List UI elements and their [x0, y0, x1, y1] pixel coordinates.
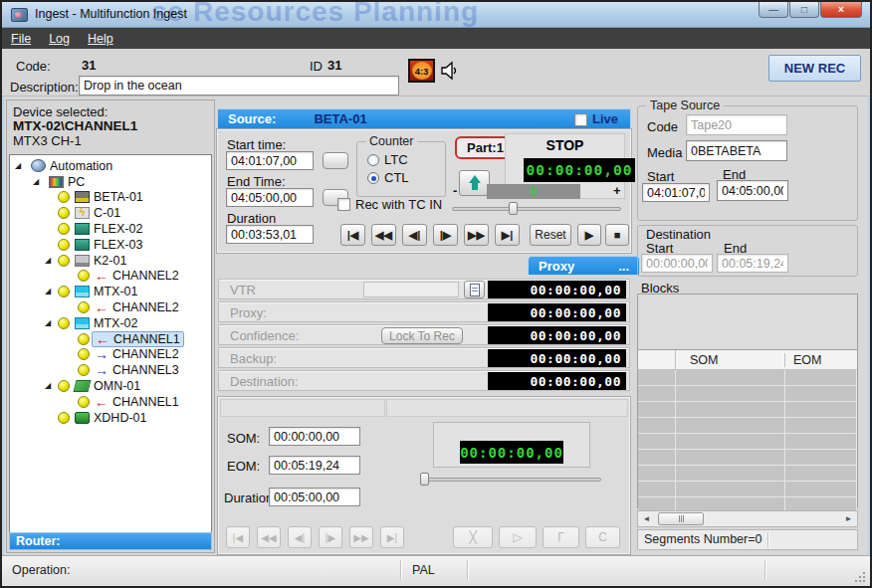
rewind-button[interactable]: ◀◀	[371, 224, 396, 246]
tree-item-channel2[interactable]: →CHANNEL2	[10, 347, 211, 363]
scroll-right-icon[interactable]: ►	[841, 512, 856, 525]
blocks-table-row[interactable]	[638, 450, 857, 466]
tree-item-label: C-01	[94, 206, 120, 220]
rec-with-tc-checkbox[interactable]	[337, 198, 350, 211]
tree-item-beta-01[interactable]: BETA-01	[10, 190, 211, 206]
live-checkbox[interactable]	[574, 113, 587, 126]
record-row-proxy: Proxy:00:00:00,00	[218, 301, 630, 322]
tree-item-flex-03[interactable]: FLEX-03	[10, 237, 211, 253]
minimize-button[interactable]: —	[759, 2, 788, 18]
scroll-thumb[interactable]	[658, 512, 704, 525]
shuttle-slider-track[interactable]	[452, 207, 621, 211]
tree-item-mtx-01[interactable]: ◢MTX-01	[10, 284, 211, 299]
reset-button[interactable]: Reset	[530, 224, 571, 246]
duration-label: Duration	[227, 211, 276, 226]
clip-play-button[interactable]: ▷	[499, 526, 537, 548]
clip-rewind-button[interactable]: ◀◀	[257, 526, 281, 548]
tree-expander-icon[interactable]: ◢	[45, 381, 51, 390]
tape-code-input[interactable]	[686, 114, 787, 135]
step-forward-button[interactable]: |▶	[433, 224, 458, 246]
tree-item-flex-02[interactable]: FLEX-02	[10, 221, 211, 237]
tree-expander-icon[interactable]: ◢	[45, 318, 51, 327]
som-label: SOM:	[227, 431, 260, 446]
skip-end-button[interactable]: ▶|	[495, 224, 520, 246]
tree-expander-icon[interactable]: ◢	[45, 287, 51, 295]
fast-forward-button[interactable]: ▶▶	[464, 224, 489, 246]
clip-step-forward-button[interactable]: |▶	[319, 526, 342, 548]
eject-up-button[interactable]	[459, 170, 490, 196]
menu-log[interactable]: Log	[40, 30, 79, 48]
stop-button[interactable]: ■	[605, 224, 629, 246]
tree-item-channel3[interactable]: →CHANNEL3	[10, 362, 211, 378]
vtr-clip-input[interactable]	[363, 282, 459, 297]
source-header: Source: BETA-01 Live	[217, 108, 631, 129]
tree-item-k2-01[interactable]: ◢K2-01	[10, 253, 211, 269]
blocks-table-row[interactable]	[638, 402, 857, 418]
start-time-grab-button[interactable]	[323, 152, 348, 169]
shuttle-minus-label: -	[453, 183, 457, 198]
tree-expander-icon[interactable]: ◢	[15, 161, 21, 170]
maximize-button[interactable]: □	[789, 2, 819, 18]
clip-slider-track[interactable]	[420, 478, 601, 482]
play-button[interactable]: ▶	[577, 224, 601, 246]
clip-fast-forward-button[interactable]: ▶▶	[349, 526, 373, 548]
scroll-left-icon[interactable]: ◄	[639, 512, 654, 525]
tape-media-input[interactable]	[686, 140, 787, 161]
menu-help[interactable]: Help	[79, 30, 122, 48]
tree-item-content: XDHD-01	[72, 411, 150, 425]
resize-grip[interactable]	[855, 571, 867, 583]
skip-start-button[interactable]: |◀	[340, 224, 365, 246]
blocks-table-row[interactable]	[638, 482, 857, 497]
som-input[interactable]	[269, 427, 360, 446]
tree-item-automation[interactable]: ◢Automation	[10, 158, 211, 174]
clip-skip-end-button[interactable]: ▶|	[380, 526, 404, 548]
new-rec-button[interactable]: NEW REC	[768, 55, 861, 82]
destination-start-input[interactable]	[641, 254, 713, 273]
tree-item-content: →CHANNEL2	[92, 347, 182, 361]
clip-step-back-button[interactable]: ◀|	[288, 526, 312, 548]
tree-item-xdhd-01[interactable]: XDHD-01	[10, 410, 211, 426]
blocks-table-row[interactable]	[638, 434, 857, 450]
duration-input[interactable]	[226, 225, 314, 244]
tree-item-omn-01[interactable]: ◢OMN-01	[10, 378, 211, 394]
blocks-table-row[interactable]	[638, 386, 857, 402]
lock-to-rec-button[interactable]: Lock To Rec	[381, 327, 463, 344]
clip-cut-button[interactable]: ╳	[453, 526, 493, 548]
shuttle-slider-thumb[interactable]	[509, 202, 518, 215]
ltc-radio[interactable]	[367, 154, 379, 166]
tape-end-input[interactable]	[717, 180, 788, 201]
title-bar[interactable]: se Resources Planning Ingest - Multifunc…	[2, 2, 870, 28]
destination-end-input[interactable]	[717, 254, 788, 273]
proxy-tab[interactable]: Proxy ...	[528, 256, 640, 276]
tree-item-channel1[interactable]: ←CHANNEL1	[10, 331, 211, 347]
tree-item-channel1[interactable]: ←CHANNEL1	[10, 394, 211, 410]
description-input[interactable]	[79, 76, 399, 96]
close-button[interactable]: ×	[820, 2, 862, 18]
clip-mark-out-button[interactable]: C	[585, 526, 620, 548]
blocks-table-row[interactable]	[638, 466, 857, 482]
tree-item-mtx-02[interactable]: ◢MTX-02	[10, 315, 211, 331]
clip-mark-in-button[interactable]: Γ	[543, 526, 579, 548]
blocks-table-row[interactable]	[638, 370, 857, 386]
blocks-table-row[interactable]	[638, 418, 857, 434]
tree-expander-icon[interactable]: ◢	[45, 256, 51, 265]
menu-file[interactable]: File	[2, 30, 40, 48]
tape-start-input[interactable]	[642, 183, 710, 202]
clip-skip-start-button[interactable]: |◀	[226, 526, 250, 548]
tree-item-label: Automation	[50, 159, 112, 173]
vtr-list-button[interactable]	[464, 281, 485, 298]
start-time-input[interactable]	[226, 151, 314, 170]
step-back-button[interactable]: ◀|	[402, 224, 427, 246]
tree-expander-icon[interactable]: ◢	[33, 177, 39, 186]
tree-item-channel2[interactable]: ←CHANNEL2	[10, 269, 211, 285]
tree-item-c-01[interactable]: C-01	[10, 205, 211, 221]
router-button[interactable]: Router:	[9, 532, 212, 550]
ctl-radio[interactable]	[367, 172, 379, 184]
end-time-input[interactable]	[226, 188, 314, 207]
tree-item-pc[interactable]: ◢PC	[10, 174, 211, 190]
code-value: 31	[82, 58, 96, 73]
eom-input[interactable]	[269, 456, 360, 475]
clip-duration-input[interactable]	[269, 488, 360, 506]
clip-slider-thumb[interactable]	[420, 473, 429, 486]
tree-item-channel2[interactable]: ←CHANNEL2	[10, 299, 211, 315]
